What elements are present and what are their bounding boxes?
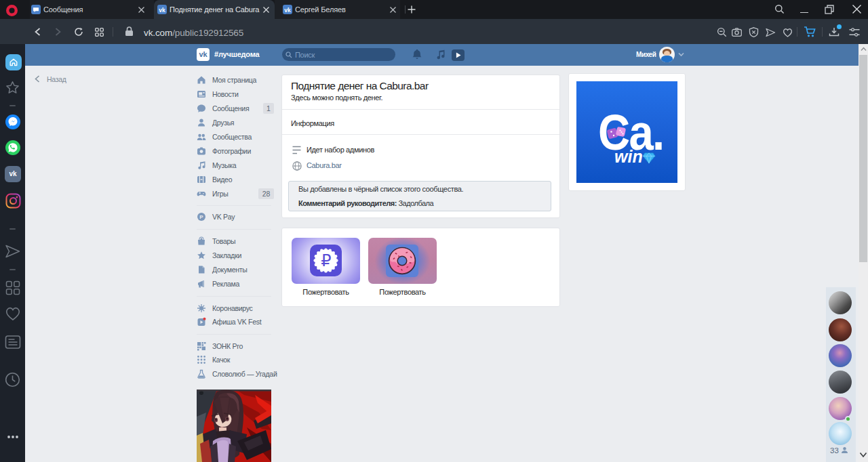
- svg-text:P: P: [199, 214, 203, 220]
- svg-text:₽: ₽: [321, 251, 331, 270]
- svg-text:vk: vk: [284, 7, 291, 14]
- svg-text:vk: vk: [159, 7, 165, 14]
